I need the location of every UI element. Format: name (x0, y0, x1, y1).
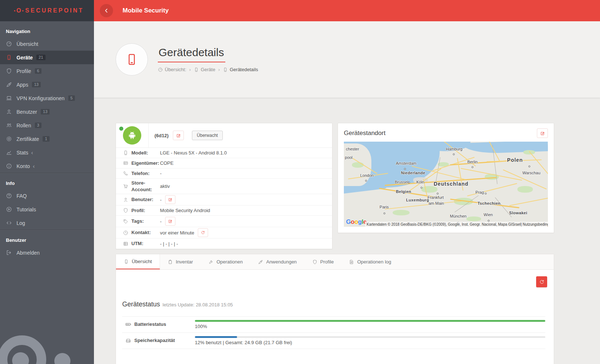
tab-operationen[interactable]: Operationen (201, 254, 251, 269)
sidebar-item-profile[interactable]: Profile 6 (0, 64, 94, 78)
sidebar-section-title: Navigation (0, 23, 94, 37)
device-card-header: (6d12) Überwacht (116, 123, 332, 148)
row-label: Store-Account: (131, 180, 160, 193)
row-label: Modell: (131, 150, 148, 156)
refresh-status-button[interactable] (536, 276, 547, 287)
brand-dot: · (22, 7, 24, 15)
tab-inventar[interactable]: Inventar (160, 254, 201, 269)
row-label: Kontakt: (131, 229, 151, 236)
sidebar-item-rollen[interactable]: Rollen 3 (0, 119, 94, 132)
refresh-kontakt-button[interactable] (198, 228, 208, 237)
app-window: ·O·SECUREPOINT Navigation Übersicht Gerä… (0, 0, 600, 364)
map-forest (517, 186, 533, 193)
terms-link[interactable]: Nutzungsbedingungen (523, 222, 548, 226)
tab-operationen-log[interactable]: Operationen log (341, 254, 399, 269)
map-label-country: Slowakei (509, 211, 527, 215)
main-area: Mobile Security Gerätedetails Übersicht:… (94, 0, 600, 364)
status-row-label: Speicherkapazität (134, 338, 175, 343)
device-avatar-cell (116, 123, 149, 148)
tab-label: Übersicht (132, 259, 152, 264)
sidebar-item-uebersicht[interactable]: Übersicht (0, 37, 94, 51)
map-label-country: Belgien (396, 189, 411, 194)
breadcrumb-label: Gerätedetails (230, 67, 258, 72)
row-label: Benutzer: (131, 196, 153, 203)
sidebar-item-benutzer[interactable]: Benutzer 13 (0, 105, 94, 119)
count-badge: 1 (43, 136, 49, 142)
sidebar-item-tutorials[interactable]: Tutorials (0, 203, 94, 216)
sidebar-item-label: Konto (17, 163, 30, 169)
edit-tags-button[interactable] (165, 217, 175, 226)
brand-ring: O (17, 7, 21, 14)
sidebar-item-geraete[interactable]: Geräte 21 (0, 51, 94, 64)
breadcrumb-uebersicht[interactable]: Übersicht: (158, 67, 186, 72)
back-button[interactable] (100, 4, 113, 17)
device-id: (6d12) (154, 133, 168, 138)
sidebar-item-label: Tutorials (17, 207, 36, 212)
sidebar-item-vpn-konfigurationen[interactable]: VPN Konfigurationen 5 (0, 91, 94, 105)
topbar-title: Mobile Security (123, 7, 169, 14)
sidebar-item-label: Profile (17, 68, 31, 74)
map-label-country: Luxemburg (406, 198, 429, 202)
tab-anwendungen[interactable]: Anwendungen (250, 254, 304, 269)
sidebar-item-label: Geräte (17, 55, 33, 61)
breadcrumb-geraete[interactable]: Geräte (194, 67, 215, 72)
monitored-badge-button[interactable]: Überwacht (192, 131, 222, 140)
tab-bar: Übersicht Inventar Operationen Anwendung… (116, 254, 554, 270)
android-robot-icon (127, 130, 137, 141)
map-city-dot (404, 168, 406, 170)
laptop-icon (6, 95, 12, 101)
device-row-tags: Tags: - (116, 216, 332, 227)
tab-profile[interactable]: Profile (305, 254, 342, 269)
device-info-card: (6d12) Überwacht Modell: LGE - Nexus 5X … (116, 123, 332, 249)
google-map[interactable]: chesterpoolLondonAmsterdamNiederlandeHam… (344, 142, 548, 227)
map-label-city: Berlin (467, 160, 477, 164)
map-label-city: Amsterdam (396, 161, 417, 165)
sidebar-item-zertifikate[interactable]: Zertifikate 1 (0, 132, 94, 146)
count-badge: 13 (32, 82, 41, 87)
battery-value: 100% (195, 324, 545, 329)
phone-icon (223, 67, 228, 72)
sidebar-item-apps[interactable]: Apps 13 (0, 78, 94, 91)
google-logo[interactable]: Google (346, 218, 367, 226)
sidebar-item-stats[interactable]: Stats ‹ (0, 146, 94, 159)
sidebar-item-label: Log (17, 220, 25, 226)
sidebar-item-label: Benutzer (17, 109, 37, 115)
pencil-square-icon (168, 219, 172, 223)
phone-icon (124, 259, 129, 264)
map-road (509, 197, 548, 206)
tab-uebersicht[interactable]: Übersicht (116, 254, 160, 269)
brand-logo[interactable]: ·O·SECUREPOINT (0, 0, 94, 21)
person-icon (6, 109, 12, 115)
row-value: - | - | - | - (160, 241, 178, 247)
shield-icon (6, 68, 12, 74)
map-label-country: Niederlande (401, 171, 425, 175)
refresh-icon (201, 230, 205, 235)
android-avatar (123, 126, 141, 145)
tab-content-uebersicht: Gerätestatus letztes Update: 28.08.2018 … (116, 270, 554, 349)
status-row-label: Batteriestatus (134, 321, 166, 327)
sidebar-item-label: Stats (17, 150, 28, 156)
phone-icon (6, 54, 12, 61)
sidebar-item-abmelden[interactable]: Abmelden (0, 246, 94, 259)
map-label-city: London (360, 173, 374, 178)
sidebar-item-log[interactable]: Log (0, 216, 94, 230)
breadcrumb-label: Geräte (201, 67, 215, 72)
gauge-icon (6, 41, 12, 47)
sidebar-item-konto[interactable]: Konto ‹ (0, 159, 94, 173)
edit-device-name-button[interactable] (173, 131, 184, 140)
map-label-city: Köln (416, 180, 424, 184)
sidebar-item-label: FAQ (17, 193, 27, 199)
edit-location-button[interactable] (537, 128, 548, 138)
edit-benutzer-button[interactable] (165, 195, 175, 204)
map-label-city: Brüssel (395, 180, 408, 184)
question-icon (6, 193, 12, 199)
map-label-city: München (450, 214, 466, 218)
brand-name: SECUREPOINT (25, 7, 84, 14)
disk-icon (125, 337, 131, 343)
breadcrumb-label: Übersicht: (165, 67, 186, 72)
map-city-dot (528, 165, 530, 167)
row-label: Profil: (131, 207, 145, 214)
sidebar-item-faq[interactable]: FAQ (0, 189, 94, 203)
group-icon (6, 122, 12, 128)
map-city-dot (383, 212, 385, 214)
